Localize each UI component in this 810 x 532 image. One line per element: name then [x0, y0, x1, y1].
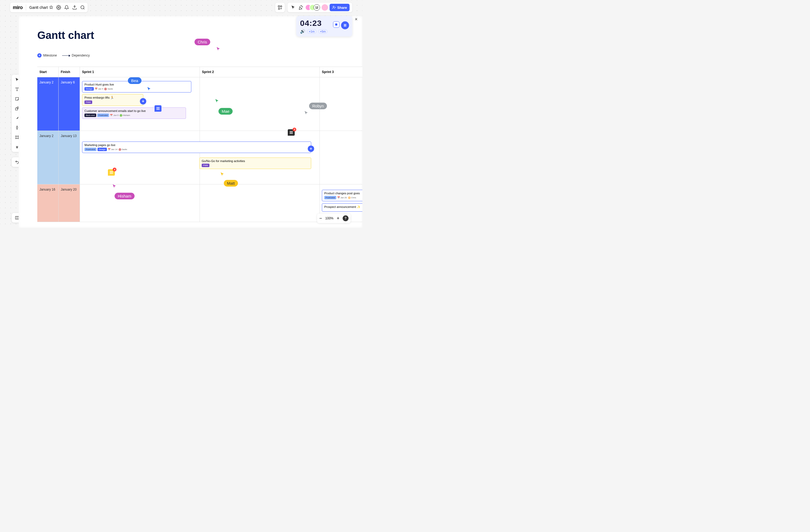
task-assignee: Chris	[348, 196, 356, 199]
top-toolbar: miro Gantt chart	[10, 3, 88, 12]
task-date: 📅 Jan 5	[95, 88, 103, 90]
sprint2-cell[interactable]: Go/No-Go for marketing activities PMM	[200, 131, 320, 184]
timer-stop-button[interactable]	[333, 21, 339, 28]
task-assignee: Hisham	[120, 114, 130, 117]
tag-backend: Back-end	[84, 114, 96, 117]
task-title: Product changes post goes	[324, 192, 362, 195]
table-header-row: Start Finish Sprint 1 Sprint 2 Sprint 3	[37, 67, 362, 77]
task-assignee: Sadie	[104, 88, 113, 90]
col-sprint1: Sprint 1	[80, 67, 200, 77]
sprint2-cell[interactable]	[200, 184, 320, 222]
start-date: January 2	[37, 77, 59, 131]
board-name-text: Gantt chart	[29, 5, 48, 10]
legend-milestone-label: Milestone	[43, 53, 57, 57]
task-title: Press embargo lifts 🏃	[84, 96, 141, 99]
svg-point-13	[333, 6, 334, 7]
zoom-out-button[interactable]: −	[319, 216, 322, 221]
share-button[interactable]: Share	[329, 4, 350, 11]
share-label: Share	[337, 5, 347, 10]
star-icon[interactable]	[49, 5, 53, 10]
tag-design: Design	[84, 87, 94, 91]
collaborator-avatars[interactable]: 12	[305, 4, 320, 11]
cursor-chris: Chris	[195, 39, 210, 45]
task-meta: Design 📅 Jan 5 Sadie	[84, 87, 189, 91]
timer-pause-button[interactable]	[341, 21, 349, 29]
settings-icon[interactable]	[56, 5, 61, 10]
svg-point-1	[58, 7, 60, 8]
zoom-level[interactable]: 100%	[325, 216, 334, 220]
collaborator-count: 12	[313, 4, 320, 11]
add-milestone-button[interactable]: +	[308, 146, 314, 152]
start-date: January 2	[37, 131, 59, 184]
add-milestone-button[interactable]: +	[140, 98, 146, 104]
task-card[interactable]: Press embargo lifts 🏃 PMM +	[82, 94, 143, 106]
svg-point-12	[301, 5, 301, 6]
cursor-matt: Matt	[224, 180, 238, 187]
svg-rect-5	[278, 5, 279, 7]
task-assignee: Sadie	[118, 148, 127, 151]
tag-design: Design	[98, 148, 107, 151]
top-right-cluster: 12 Share	[275, 3, 352, 12]
legend-dependency: Dependency	[62, 53, 90, 57]
pointer-mode-icon[interactable]	[290, 4, 296, 11]
comment-badge: 4	[113, 168, 116, 172]
comment-icon[interactable]: 4	[108, 169, 115, 176]
finish-date: January 13	[59, 131, 80, 184]
comment-badge: 3	[293, 128, 296, 131]
close-icon[interactable]: ×	[355, 17, 358, 22]
task-date: 📅 Jan 14	[108, 148, 117, 150]
collab-toolbar: 12 Share	[288, 3, 352, 12]
app-logo[interactable]: miro	[13, 5, 23, 11]
table-row: January 2 January 13 Marketing pages go …	[37, 131, 362, 184]
cursor-hisham: Hisham	[115, 193, 134, 199]
tag-pmm: PMM	[84, 100, 92, 104]
task-title: Prospect announcement ✨	[324, 205, 362, 209]
sprint3-cell[interactable]	[320, 131, 362, 184]
zoom-controls: − 100% + ?	[317, 213, 351, 223]
task-card[interactable]: Prospect announcement ✨	[322, 203, 362, 212]
timer-widget[interactable]: × 04:23 🔊 +1m +5m	[296, 16, 352, 36]
sprint1-cell[interactable]	[80, 184, 200, 222]
cursor-bea: Bea	[128, 77, 142, 84]
col-sprint2: Sprint 2	[200, 67, 320, 77]
svg-point-6	[280, 5, 282, 7]
col-sprint3: Sprint 3	[320, 67, 362, 77]
col-start: Start	[37, 67, 59, 77]
search-icon[interactable]	[80, 5, 85, 10]
svg-point-11	[303, 7, 303, 7]
sprint1-cell[interactable]: Product Hunt goes live Design 📅 Jan 5 Sa…	[80, 77, 200, 131]
sprint1-cell[interactable]: Marketing pages go live Front-end Design…	[80, 131, 200, 184]
svg-rect-18	[15, 108, 18, 110]
legend-milestone: + Milestone	[37, 53, 57, 58]
timer-add-1m[interactable]: +1m	[307, 29, 317, 34]
sound-icon[interactable]: 🔊	[300, 29, 305, 34]
finish-date: January 20	[59, 184, 80, 222]
profile-avatar[interactable]	[322, 4, 328, 11]
table-row: January 16 January 20 Product changes po…	[37, 184, 362, 222]
tag-frontend: Front-end	[97, 114, 109, 117]
comment-icon[interactable]	[155, 105, 161, 112]
apps-button[interactable]	[275, 3, 285, 12]
task-card[interactable]: Customer announcement emails start to go…	[82, 108, 186, 119]
task-date: 📅 Jan 20	[337, 196, 347, 199]
timer-add-5m[interactable]: +5m	[318, 29, 328, 34]
svg-line-4	[84, 8, 84, 9]
zoom-in-button[interactable]: +	[337, 216, 339, 221]
bell-icon[interactable]	[64, 5, 69, 10]
svg-point-10	[302, 6, 302, 6]
task-card[interactable]: Product changes post goes Front-end 📅 Ja…	[322, 190, 362, 201]
tag-frontend: Front-end	[84, 148, 96, 151]
reactions-icon[interactable]	[297, 4, 304, 11]
board-canvas[interactable]: Gantt chart + Milestone Dependency Start…	[19, 16, 362, 228]
legend: + Milestone Dependency	[37, 53, 90, 58]
board-name[interactable]: Gantt chart	[29, 5, 53, 10]
sprint2-cell[interactable]	[200, 77, 320, 131]
finish-date: January 6	[59, 77, 80, 131]
cursor-robyn: Robyn	[309, 102, 327, 109]
export-icon[interactable]	[72, 5, 77, 10]
task-card[interactable]: Go/No-Go for marketing activities PMM	[199, 158, 311, 169]
task-title: Customer announcement emails start to go…	[84, 109, 183, 112]
comment-icon[interactable]: 3	[288, 129, 295, 136]
help-button[interactable]: ?	[343, 215, 349, 221]
col-finish: Finish	[59, 67, 80, 77]
